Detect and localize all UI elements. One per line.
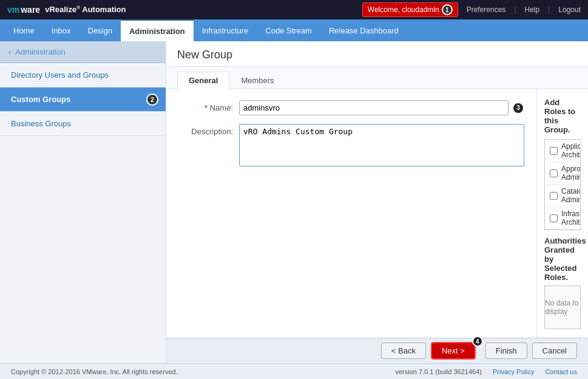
name-input-wrapper: 3 xyxy=(239,100,524,115)
name-badge: 3 xyxy=(512,102,524,114)
nav-codestream[interactable]: Code Stream xyxy=(257,19,320,41)
next-badge: 4 xyxy=(472,336,483,347)
main-content: New Group General Members * Name: 3 xyxy=(166,41,588,363)
sidebar-admin-label: Administration xyxy=(15,47,65,56)
sidebar: ‹ Administration Directory Users and Gro… xyxy=(0,41,166,363)
nav-inbox[interactable]: Inbox xyxy=(43,19,79,41)
welcome-text: Welcome, cloudadmin xyxy=(368,5,439,14)
sidebar-item-business-groups[interactable]: Business Groups xyxy=(0,112,166,136)
status-bar-right: version 7.0.1 (build 3621464) Privacy Po… xyxy=(395,368,577,375)
vmware-logo: vmware vRealize® Automation xyxy=(7,5,126,15)
name-required: * xyxy=(204,103,208,112)
version-label: version 7.0.1 (build 3621464) xyxy=(395,368,481,375)
welcome-badge: 1 xyxy=(442,4,453,15)
welcome-box: Welcome, cloudadmin 1 xyxy=(362,2,458,17)
role-label-0: Application Architect xyxy=(561,142,581,159)
description-input-wrapper: <span class="desc-text-underline">vRO</s… xyxy=(239,124,524,168)
roles-header: Add Roles to this Group. xyxy=(544,98,581,134)
sidebar-businessgroups-label: Business Groups xyxy=(11,119,71,128)
nav-design[interactable]: Design xyxy=(79,19,121,41)
sidebar-directory-label: Directory Users and Groups xyxy=(11,70,109,80)
roles-list: Application Architect Approval Administr… xyxy=(544,139,581,230)
no-data-label: No data to display xyxy=(545,299,580,316)
description-label: Description: xyxy=(178,124,239,136)
custom-groups-badge: 2 xyxy=(146,94,158,106)
tab-members[interactable]: Members xyxy=(229,72,285,89)
role-label-2: Catalog Administrator xyxy=(561,187,581,204)
back-button[interactable]: < Back xyxy=(381,343,426,359)
main-nav: Home Inbox Design Administration Infrast… xyxy=(0,19,588,41)
role-item-4: Release Dashboard User xyxy=(545,230,580,230)
role-label-3: Infrastructure Architect xyxy=(561,210,581,227)
name-label: * Name: xyxy=(178,100,239,112)
form-left: * Name: 3 Description: <span class="desc… xyxy=(166,89,536,338)
page-body: ‹ Administration Directory Users and Gro… xyxy=(0,41,588,363)
status-bar: Copyright © 2012-2016 VMware, Inc. All r… xyxy=(0,363,588,379)
tab-bar: General Members xyxy=(166,67,588,89)
logout-link[interactable]: Logout xyxy=(558,5,581,14)
next-button[interactable]: Next > xyxy=(431,342,476,360)
privacy-policy-link[interactable]: Privacy Policy xyxy=(493,368,534,375)
description-input[interactable]: <span class="desc-text-underline">vRO</s… xyxy=(239,124,524,166)
top-bar-right: Welcome, cloudadmin 1 Preferences | Help… xyxy=(362,2,581,17)
top-bar: vmware vRealize® Automation Welcome, clo… xyxy=(0,0,588,19)
authorities-box: No data to display xyxy=(544,285,581,329)
next-button-wrapper: Next > 4 xyxy=(431,342,476,360)
role-item-0: Application Architect xyxy=(545,140,580,162)
sidebar-item-directory-users[interactable]: Directory Users and Groups xyxy=(0,63,166,87)
role-checkbox-1[interactable] xyxy=(550,169,558,177)
role-checkbox-2[interactable] xyxy=(550,192,558,200)
nav-home[interactable]: Home xyxy=(5,19,43,41)
help-link[interactable]: Help xyxy=(524,5,539,14)
copyright: Copyright © 2012-2016 VMware, Inc. All r… xyxy=(11,368,178,375)
nav-releasedashboard[interactable]: Release Dashboard xyxy=(320,19,407,41)
nav-administration[interactable]: Administration xyxy=(121,19,194,41)
footer-bar: < Back Next > 4 Finish Cancel xyxy=(166,338,588,363)
role-checkbox-3[interactable] xyxy=(550,214,558,222)
sidebar-back[interactable]: ‹ Administration xyxy=(0,41,166,63)
role-item-1: Approval Administrator xyxy=(545,162,580,185)
tab-general[interactable]: General xyxy=(177,72,229,89)
name-input[interactable] xyxy=(239,100,509,115)
finish-button[interactable]: Finish xyxy=(485,343,527,359)
form-area: * Name: 3 Description: <span class="desc… xyxy=(166,89,588,338)
authorities-header: Authorities Granted by Selected Roles. xyxy=(544,236,581,282)
main-header: New Group xyxy=(166,41,588,67)
role-item-2: Catalog Administrator xyxy=(545,185,580,207)
cancel-button[interactable]: Cancel xyxy=(532,343,577,359)
description-row: Description: <span class="desc-text-unde… xyxy=(178,124,524,168)
nav-infrastructure[interactable]: Infrastructure xyxy=(194,19,257,41)
role-label-1: Approval Administrator xyxy=(561,165,581,182)
role-checkbox-0[interactable] xyxy=(550,147,558,155)
preferences-link[interactable]: Preferences xyxy=(467,5,506,14)
contact-us-link[interactable]: Contact us xyxy=(545,368,577,375)
role-item-3: Infrastructure Architect xyxy=(545,207,580,230)
name-row: * Name: 3 xyxy=(178,100,524,115)
page-title: New Group xyxy=(177,49,577,61)
sidebar-customgroups-label: Custom Groups xyxy=(11,95,70,104)
form-right: Add Roles to this Group. Application Arc… xyxy=(536,89,588,338)
sidebar-item-custom-groups[interactable]: Custom Groups 2 xyxy=(0,87,166,112)
